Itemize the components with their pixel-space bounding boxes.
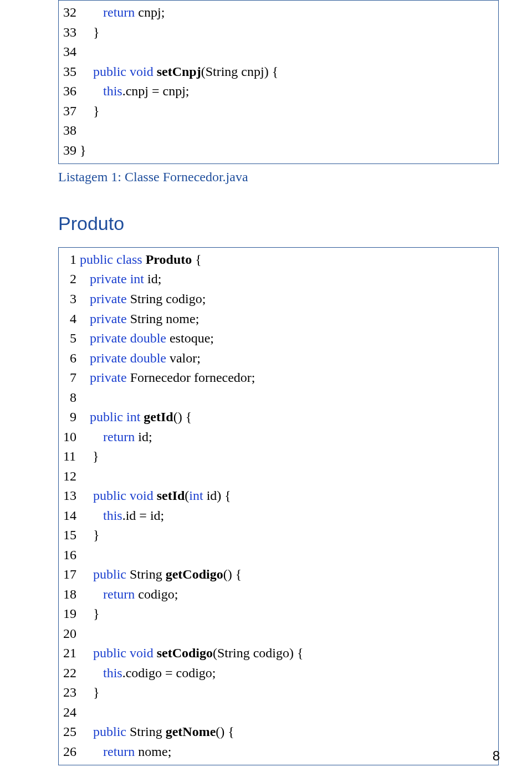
code-line: 3 private String codigo; <box>63 289 494 309</box>
listing-caption: Listagem 1: Classe Fornecedor.java <box>58 167 499 187</box>
page-number: 8 <box>493 748 500 764</box>
code-line: 33 } <box>63 23 494 43</box>
code-line: 38 <box>63 121 494 141</box>
code-line: 39 } <box>63 141 494 161</box>
code-line: 12 <box>63 467 494 487</box>
code-line: 11 } <box>63 447 494 467</box>
code-line: 34 <box>63 42 494 62</box>
code-line: 35 public void setCnpj(String cnpj) { <box>63 62 494 82</box>
code-line: 32 return cnpj; <box>63 3 494 23</box>
code-line: 20 <box>63 624 494 644</box>
code-line: 9 public int getId() { <box>63 407 494 427</box>
code-line: 25 public String getNome() { <box>63 722 494 742</box>
code-line: 16 <box>63 545 494 565</box>
code-line: 10 return id; <box>63 427 494 447</box>
code-line: 4 private String nome; <box>63 309 494 329</box>
code-line: 19 } <box>63 604 494 624</box>
code-line: 18 return codigo; <box>63 585 494 605</box>
code-line: 23 } <box>63 683 494 703</box>
code-line: 6 private double valor; <box>63 349 494 369</box>
code-line: 7 private Fornecedor fornecedor; <box>63 368 494 388</box>
code-line: 24 <box>63 703 494 723</box>
code-line: 15 } <box>63 525 494 545</box>
code-line: 22 this.codigo = codigo; <box>63 663 494 683</box>
code-listing-2: 1 public class Produto { 2 private int i… <box>58 247 499 765</box>
code-line: 17 public String getCodigo() { <box>63 565 494 585</box>
code-line: 5 private double estoque; <box>63 329 494 349</box>
code-line: 14 this.id = id; <box>63 506 494 526</box>
code-line: 1 public class Produto { <box>63 250 494 270</box>
code-line: 8 <box>63 388 494 408</box>
code-line: 13 public void setId(int id) { <box>63 486 494 506</box>
code-line: 2 private int id; <box>63 269 494 289</box>
code-line: 26 return nome; <box>63 742 494 762</box>
code-line: 21 public void setCodigo(String codigo) … <box>63 643 494 663</box>
code-listing-1: 32 return cnpj;33 }3435 public void setC… <box>58 0 499 164</box>
section-heading-produto: Produto <box>58 209 499 237</box>
code-line: 36 this.cnpj = cnpj; <box>63 81 494 101</box>
code-line: 37 } <box>63 101 494 121</box>
document-page: 32 return cnpj;33 }3435 public void setC… <box>0 0 532 777</box>
